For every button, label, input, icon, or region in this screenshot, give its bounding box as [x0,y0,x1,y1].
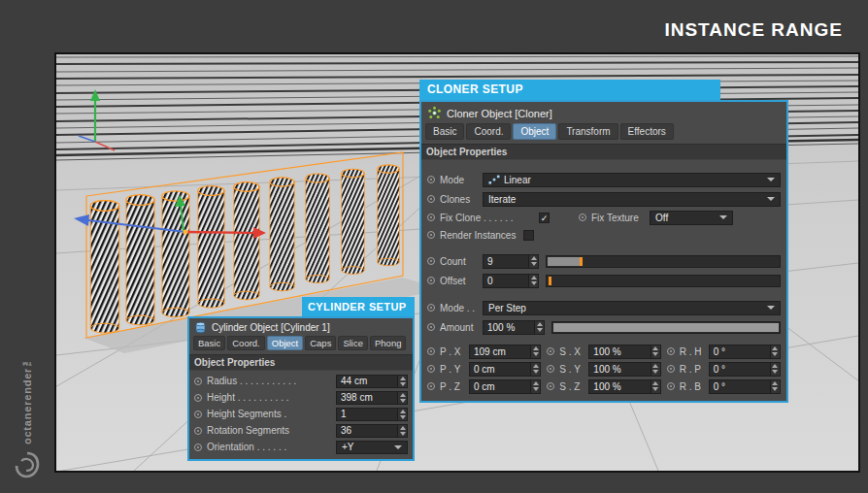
pz-field[interactable]: 0 cm [469,379,541,394]
rb-field[interactable]: 0 ° [709,379,781,394]
keyframe-circle-icon[interactable] [667,347,675,355]
cloner-setup-header: CLONER SETUP [419,80,720,100]
height-segments-field[interactable]: 1 [336,408,408,421]
tab-basic[interactable]: Basic [193,336,225,350]
stepper[interactable] [397,376,407,387]
rotation-segments-row: Rotation Segments 36 [194,422,408,439]
stepper[interactable] [530,345,540,358]
keyframe-circle-icon[interactable] [194,427,202,435]
count-slider[interactable] [546,255,781,268]
stepper[interactable] [530,380,540,393]
rotation-segments-label: Rotation Segments [207,425,336,436]
octane-logo-icon [15,450,40,479]
tab-coord[interactable]: Coord. [466,123,511,140]
offset-field[interactable]: 0 [483,274,539,288]
keyframe-circle-icon[interactable] [579,214,586,221]
stepper[interactable] [651,380,660,393]
stepper[interactable] [528,255,538,268]
sx-field[interactable]: 100 % [588,345,660,359]
fix-clone-checkbox[interactable] [539,213,550,223]
fix-texture-dropdown[interactable]: Off [650,211,733,225]
keyframe-circle-icon[interactable] [547,382,554,390]
cylinder-tabs: Basic Coord. Object Caps Slice Phong [189,336,413,354]
height-field[interactable]: 398 cm [336,391,408,405]
rp-field[interactable]: 0 ° [709,362,781,377]
amount-field[interactable]: 100 % [483,320,545,335]
stepper[interactable] [770,345,780,358]
keyframe-circle-icon[interactable] [427,323,435,331]
clones-dropdown[interactable]: Iterate [483,192,781,207]
px-field[interactable]: 109 cm [469,345,541,359]
mode-row: Mode Linear [427,170,781,189]
sy-field[interactable]: 100 % [588,362,660,377]
cloner-setup-panel: CLONER SETUP Cloner Object [Cloner] Basi… [419,80,788,403]
rh-field[interactable]: 0 ° [709,345,781,359]
offset-row: Offset 0 [427,271,781,290]
chevron-down-icon [394,445,402,449]
keyframe-circle-icon[interactable] [427,382,435,390]
stepper[interactable] [651,363,660,376]
keyframe-circle-icon[interactable] [194,378,202,385]
radius-field[interactable]: 44 cm [336,375,408,388]
stepper[interactable] [528,275,538,287]
keyframe-circle-icon[interactable] [427,277,435,284]
tab-caps[interactable]: Caps [305,336,336,350]
sz-label: S . Z [559,381,588,392]
keyframe-circle-icon[interactable] [427,214,435,221]
keyframe-circle-icon[interactable] [427,231,435,239]
keyframe-circle-icon[interactable] [427,176,435,183]
linear-mode-icon [488,175,500,184]
mode-dropdown[interactable]: Linear [483,173,781,187]
render-instances-checkbox[interactable] [523,230,534,241]
count-field[interactable]: 9 [483,254,539,269]
sz-field[interactable]: 100 % [588,379,660,394]
page-title: INSTANCE RANGE [664,19,843,41]
brand-text: octanerender™ [21,355,33,444]
amount-row: Amount 100 % [427,317,781,337]
step-mode-dropdown[interactable]: Per Step [483,301,781,315]
tab-coord[interactable]: Coord. [227,336,265,350]
tab-basic[interactable]: Basic [425,123,464,140]
keyframe-circle-icon[interactable] [194,444,202,451]
offset-slider[interactable] [546,275,781,287]
tab-effectors[interactable]: Effectors [620,123,674,140]
stepper[interactable] [397,409,407,420]
step-mode-label: Mode . . [440,303,483,313]
transform-row-x: P . X 109 cm S . X 100 % R . H 0 ° [427,343,781,360]
keyframe-circle-icon[interactable] [667,382,675,390]
chevron-down-icon [767,197,775,201]
keyframe-circle-icon[interactable] [194,394,202,402]
keyframe-circle-icon[interactable] [547,365,554,373]
stepper[interactable] [770,380,780,393]
keyframe-circle-icon[interactable] [427,304,435,312]
tab-object[interactable]: Object [267,336,303,350]
tab-slice[interactable]: Slice [338,336,368,350]
keyframe-circle-icon[interactable] [194,411,202,418]
keyframe-circle-icon[interactable] [427,257,435,265]
stepper[interactable] [530,363,540,376]
keyframe-circle-icon[interactable] [547,347,554,355]
rotation-segments-field[interactable]: 36 [336,424,408,438]
amount-slider[interactable] [551,321,781,334]
stepper[interactable] [397,425,407,437]
step-mode-row: Mode . . Per Step [427,298,781,317]
chevron-down-icon [719,215,727,219]
cylinder-setup-panel: CYLINDER SETUP Cylinder Object [Cylinder… [187,297,415,461]
stepper[interactable] [397,392,407,404]
tab-phong[interactable]: Phong [370,336,406,350]
orientation-dropdown[interactable]: +Y [336,441,408,454]
fix-texture-label: Fix Texture [591,213,650,223]
stepper[interactable] [770,363,780,376]
keyframe-circle-icon[interactable] [667,365,675,373]
keyframe-circle-icon[interactable] [427,347,435,355]
stepper[interactable] [651,345,660,358]
cylinder-setup-header: CYLINDER SETUP [302,297,415,316]
rh-label: R . H [680,346,709,357]
keyframe-circle-icon[interactable] [427,195,435,203]
py-field[interactable]: 0 cm [469,362,541,377]
sy-label: S . Y [559,364,588,375]
keyframe-circle-icon[interactable] [427,365,435,373]
tab-transform[interactable]: Transform [558,123,618,140]
stepper[interactable] [534,321,544,334]
tab-object[interactable]: Object [513,123,556,140]
